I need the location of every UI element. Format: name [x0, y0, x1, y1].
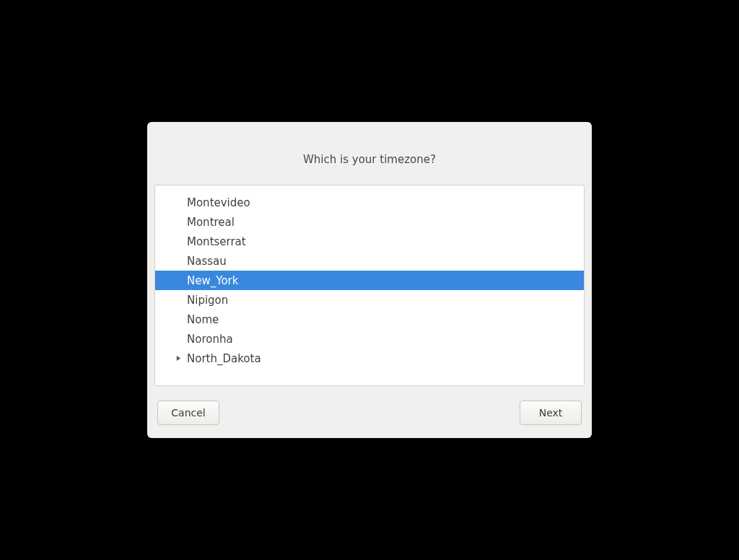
list-item-label: North_Dakota [187, 352, 261, 365]
list-item-label: Nipigon [187, 294, 228, 307]
list-item[interactable]: Montreal [155, 212, 584, 232]
list-item[interactable]: Montevideo [155, 193, 584, 212]
list-item-label: New_York [187, 274, 238, 287]
list-item[interactable]: Nome [155, 310, 584, 329]
timezone-listbox-wrapper: Montevideo Montreal Montserrat Nassau Ne… [154, 185, 585, 386]
cancel-button[interactable]: Cancel [157, 401, 219, 425]
list-item-label: Nassau [187, 255, 227, 268]
svg-marker-0 [176, 356, 180, 361]
timezone-listbox[interactable]: Montevideo Montreal Montserrat Nassau Ne… [155, 185, 584, 385]
list-item-label: Noronha [187, 333, 233, 346]
timezone-dialog: Which is your timezone? Montevideo Montr… [147, 122, 592, 438]
next-button[interactable]: Next [520, 401, 582, 425]
dialog-title: Which is your timezone? [303, 153, 436, 166]
list-item[interactable]: Nassau [155, 251, 584, 271]
list-item-expandable[interactable]: North_Dakota [155, 349, 584, 368]
list-item[interactable] [155, 185, 584, 193]
list-item-label: Montreal [187, 216, 235, 229]
list-item-label: Nome [187, 313, 219, 326]
list-item[interactable]: Noronha [155, 329, 584, 349]
list-item-label: Montserrat [187, 235, 246, 248]
list-item[interactable]: Nipigon [155, 290, 584, 310]
list-item-label: Montevideo [187, 196, 250, 209]
dialog-buttons: Cancel Next [147, 386, 592, 438]
list-item[interactable]: Montserrat [155, 232, 584, 251]
list-item-selected[interactable]: New_York [155, 271, 584, 290]
chevron-right-icon [172, 355, 184, 362]
dialog-header: Which is your timezone? [147, 122, 592, 185]
